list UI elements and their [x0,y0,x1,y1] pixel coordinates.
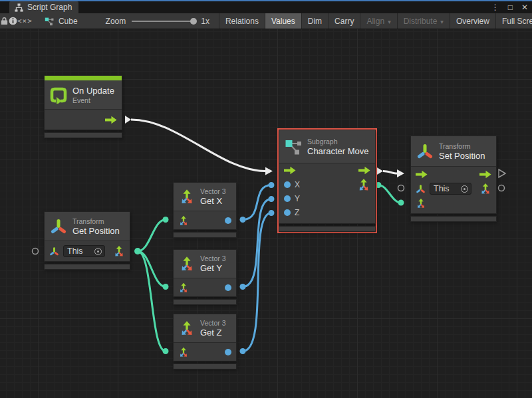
node-set-position[interactable]: Transform Set Position This [410,136,497,222]
on-update-icon [50,86,67,104]
node-footer [173,299,237,305]
wire-gety-to-charactermove-y[interactable] [243,199,271,287]
port-value-input-getposition-this[interactable] [33,249,39,254]
wire-getposition-to-gety[interactable] [138,251,166,287]
tab-script-graph[interactable]: Script Graph [9,1,78,13]
node-subtitle: Vector 3 [200,254,226,262]
port-flow-output-setposition[interactable] [499,169,505,177]
graph-canvas[interactable]: On Update Event Subgraph Character M [0,29,532,398]
value-port-y[interactable] [284,195,291,202]
toolbar-button-align[interactable]: Align ▾ [360,13,396,29]
button-label: Dim [308,17,322,26]
node-get-x[interactable]: Vector 3 Get X [173,182,237,238]
node-main: Transform Get Position This [44,211,130,262]
button-label: Align [366,17,384,26]
edit-source-button[interactable]: <×> [17,13,33,29]
connection-endpoint[interactable] [134,248,141,254]
graph-target-name: Cube [59,17,78,26]
value-port-x[interactable] [284,181,291,188]
node-subtitle: Vector 3 [200,187,226,195]
node-header: Transform Set Position [411,136,496,167]
this-object-field[interactable]: This [63,245,105,257]
close-icon[interactable]: ✕ [521,3,528,11]
chevron-down-icon: ▾ [388,19,391,25]
connection-endpoint[interactable] [240,284,246,290]
wire-charactermove-to-setposition-flow[interactable] [383,171,397,174]
connection-endpoint[interactable] [240,217,246,223]
port-value-input-setposition-this[interactable] [398,185,404,191]
node-footer [410,216,497,222]
connection-endpoint[interactable] [240,348,246,354]
node-get-position[interactable]: Transform Get Position This [44,211,130,270]
object-picker-icon[interactable] [94,248,102,255]
node-on-update[interactable]: On Update Event [44,75,122,138]
vector3-output-icon[interactable] [357,178,370,191]
zoom-label: Zoom [106,17,126,26]
connection-endpoint[interactable] [398,200,404,206]
object-picker-icon[interactable] [461,185,468,193]
info-icon [9,17,17,25]
port-value-output-setposition[interactable] [499,185,505,191]
vector3-output-icon[interactable] [113,245,125,257]
node-title: Get Z [200,328,226,338]
node-main: Vector 3 Get X [173,182,237,230]
node-header: Transform Get Position [45,212,130,241]
toolbar-button-values[interactable]: Values [265,13,301,29]
node-main: Transform Set Position This [410,136,497,214]
graph-target-selector[interactable]: Cube [33,13,88,29]
connection-endpoint[interactable] [163,217,169,223]
wire-onupdate-to-charactermove[interactable] [131,120,265,171]
port-label: X [295,180,300,189]
connection-endpoint[interactable] [163,348,169,354]
vector3-input-icon[interactable] [178,347,189,357]
connection-endpoint[interactable] [269,196,275,202]
vector3-output-icon[interactable] [479,183,491,195]
transform-port-icon[interactable] [416,184,426,194]
wire-getz-to-charactermove-z[interactable] [243,213,271,351]
zoom-slider[interactable] [132,21,195,22]
node-get-y[interactable]: Vector 3 Get Y [173,249,237,305]
connection-endpoint[interactable] [376,182,382,188]
toolbar-button-distribute[interactable]: Distribute ▾ [397,13,450,29]
toolbar-button-relations[interactable]: Relations [219,13,265,29]
kebab-menu-icon[interactable]: ⋮ [491,3,499,11]
value-port-z[interactable] [284,209,291,216]
vector3-input-icon[interactable] [416,198,426,209]
flow-output-arrow-icon[interactable] [105,116,117,124]
wire-getposition-to-getx[interactable] [138,220,166,252]
flow-output-arrow-icon[interactable] [358,166,370,175]
wire-getposition-to-getz[interactable] [138,251,166,351]
toolbar-button-dim[interactable]: Dim [301,13,328,29]
connection-endpoint[interactable] [163,284,169,290]
node-character-move[interactable]: Subgraph Character Move X [279,130,376,232]
connection-endpoint[interactable] [269,210,275,216]
port-flow-output-onupdate[interactable] [125,116,131,124]
vector3-input-icon[interactable] [178,282,189,293]
lock-button[interactable] [0,13,9,29]
float-output-port[interactable] [225,284,231,291]
node-body [45,110,122,130]
node-title: Character Move [307,146,368,156]
toolbar-button-carry[interactable]: Carry [328,13,360,29]
toolbar-button-overview[interactable]: Overview [450,13,495,29]
float-output-port[interactable] [225,349,231,355]
info-button[interactable] [9,13,17,29]
toolbar-button-fullscreen[interactable]: Full Screen [495,13,532,29]
node-get-z[interactable]: Vector 3 Get Z [173,314,237,369]
float-output-port[interactable] [225,217,231,224]
maximize-icon[interactable]: □ [508,3,513,11]
window-controls: ⋮ □ ✕ [491,1,528,13]
node-header: Subgraph Character Move [279,130,375,163]
flow-input-arrow-icon[interactable] [416,170,428,179]
transform-port-icon[interactable] [49,247,59,256]
flow-output-arrow-icon[interactable] [479,170,491,179]
zoom-slider-thumb[interactable] [190,18,197,25]
this-object-field[interactable]: This [430,183,471,195]
vector3-input-icon[interactable] [178,215,189,226]
wire-arrowhead [265,167,273,175]
connection-endpoint[interactable] [269,182,275,188]
port-flow-output-charactermove[interactable] [376,167,383,175]
node-footer [173,232,237,238]
flow-input-arrow-icon[interactable] [284,166,296,175]
node-main: Vector 3 Get Z [173,314,237,361]
